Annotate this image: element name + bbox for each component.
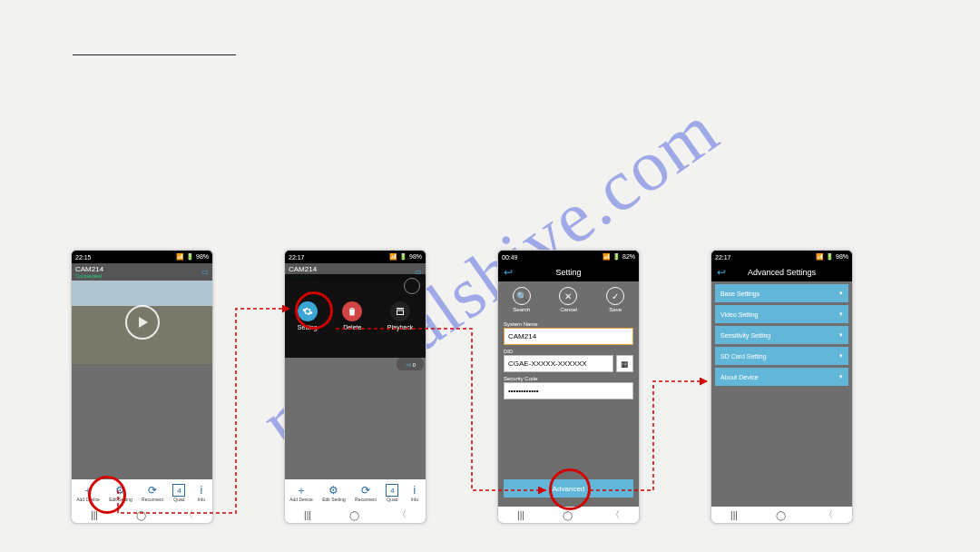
refresh-icon: ⟳ [146,484,159,497]
settings-list: Base Settings Video Setting Sensitivity … [711,284,852,386]
label-did: DID [504,349,633,354]
action-save[interactable]: ✓Save [606,287,624,312]
gear-icon [298,301,318,321]
camera-status: Connected [75,273,103,279]
toolbar-add-device[interactable]: ＋Add Device [76,484,100,502]
advanced-button[interactable]: Advanced [504,479,633,498]
gear-icon: ⚙ [328,484,340,497]
edit-overlay: Setting Delete Playback [285,274,426,358]
gear-icon: ⚙ [114,484,127,497]
toolbar-add-device[interactable]: ＋Add Device [289,484,313,502]
status-bar: 22:17 📶 🔋 98% [711,251,852,263]
toolbar-info[interactable]: iInfo [408,484,421,502]
radio-select-icon[interactable] [404,278,420,294]
clock: 00:49 [502,254,518,261]
toolbar-reconnect[interactable]: ⟳Reconnect [142,484,163,502]
status-bar: 22:17 📶 🔋 98% [285,251,426,263]
android-navbar: ||| ◯ 〈 [72,507,212,523]
clock: 22:17 [715,254,731,261]
play-icon[interactable] [125,305,160,340]
status-bar: 00:49 📶 🔋 82% [498,251,639,263]
status-icons: 📶 🔋 82% [603,253,635,261]
back-icon[interactable]: 〈 [184,508,193,521]
recent-icon[interactable]: ||| [730,510,738,520]
home-icon[interactable]: ◯ [349,510,359,520]
screen-title-bar: ↩ Advanced Settings [711,263,852,281]
toolbar-quad[interactable]: 4Quad [386,484,398,502]
back-icon[interactable]: 〈 [397,508,407,521]
status-icons: 📶 🔋 98% [176,253,209,261]
label-system-name: System Name [504,321,633,327]
refresh-icon: ⟳ [359,484,372,497]
settings-item-video[interactable]: Video Setting [715,305,848,323]
status-icons: 📶 🔋 98% [389,253,422,261]
android-navbar: ||| ◯ 〈 [285,507,426,523]
header-rule [73,54,236,55]
settings-item-base[interactable]: Base Settings [715,284,848,302]
search-icon: 🔍 [513,287,531,305]
toolbar-edit-setting[interactable]: ⚙Edit Setting [109,484,132,502]
back-icon[interactable]: 〈 [824,508,833,521]
overlay-setting[interactable]: Setting [298,301,318,330]
recent-icon[interactable]: ||| [517,510,524,520]
bookmark-icon[interactable]: ▭ [201,268,209,276]
camera-name: CAM214 [75,265,103,273]
recent-icon[interactable]: ||| [304,510,311,520]
action-cancel[interactable]: ✕Cancel [559,287,577,312]
back-arrow-icon[interactable]: ↩ [504,266,513,279]
overlay-label: Delete [343,324,361,330]
status-icons: 📶 🔋 98% [816,253,848,261]
screen-title: Advanced Settings [748,268,816,277]
input-did[interactable]: CGAE-XXXXX-XXXXXX [504,355,613,372]
phone-4: 22:17 📶 🔋 98% ↩ Advanced Settings Base S… [710,250,853,524]
plus-icon: ＋ [295,484,308,497]
quad-icon: 4 [172,484,185,497]
overlay-label: Playback [387,324,413,330]
screen-title-bar: ↩ Setting [498,263,639,281]
toolbar-info[interactable]: iInfo [195,484,208,502]
home-icon[interactable]: ◯ [563,510,573,520]
overlay-delete[interactable]: Delete [342,301,362,330]
home-icon[interactable]: ◯ [136,510,146,520]
phone-1: 22:15 📶 🔋 98% CAM214 Connected ▭ ＋Add De… [71,250,213,524]
action-row: 🔍Search ✕Cancel ✓Save [498,281,639,318]
toolbar-quad[interactable]: 4Quad [172,484,185,502]
back-icon[interactable]: 〈 [611,508,620,521]
bottom-toolbar: ＋Add Device ⚙Edit Setting ⟳Reconnect 4Qu… [72,479,212,507]
clock: 22:17 [289,254,305,261]
clock: 22:15 [75,254,92,261]
back-arrow-icon[interactable]: ↩ [717,266,726,279]
qr-scan-icon[interactable]: ▦ [616,355,633,372]
overlay-playback[interactable]: Playback [387,301,413,330]
home-icon[interactable]: ◯ [776,510,786,520]
input-system-name[interactable]: CAM214 [504,328,633,345]
trash-icon [342,301,362,321]
recent-icon[interactable]: ||| [91,510,98,520]
recording-count: 📹 0 [397,358,424,370]
phone-2: 22:17 📶 🔋 98% CAM214 Connected ▭ Setting… [284,250,426,524]
android-navbar: ||| ◯ 〈 [498,507,639,523]
quad-icon: 4 [386,484,398,497]
video-thumbnail[interactable] [72,281,212,364]
action-search[interactable]: 🔍Search [513,287,531,312]
settings-item-sensitivity[interactable]: Sensitivity Setting [715,326,848,344]
phone-3: 00:49 📶 🔋 82% ↩ Setting 🔍Search ✕Cancel … [497,250,640,524]
input-security-code[interactable]: •••••••••••• [504,382,633,399]
bottom-toolbar: ＋Add Device ⚙Edit Setting ⟳Reconnect 4Qu… [285,479,426,507]
android-navbar: ||| ◯ 〈 [711,507,852,523]
overlay-label: Setting [298,324,318,330]
close-icon: ✕ [559,287,577,305]
camera-name: CAM214 [289,265,317,273]
camera-header: CAM214 Connected ▭ [72,263,212,281]
status-bar: 22:15 📶 🔋 98% [72,251,212,263]
info-icon: i [195,484,208,497]
toolbar-edit-setting[interactable]: ⚙Edit Setting [322,484,346,502]
settings-item-about[interactable]: About Device [715,368,848,386]
label-security-code: Security Code [504,376,633,381]
screen-title: Setting [555,268,581,277]
settings-item-sdcard[interactable]: SD Card Setting [715,347,848,365]
check-icon: ✓ [606,287,624,305]
toolbar-reconnect[interactable]: ⟳Reconnect [355,484,377,502]
info-icon: i [408,484,421,497]
playback-icon [390,301,410,321]
